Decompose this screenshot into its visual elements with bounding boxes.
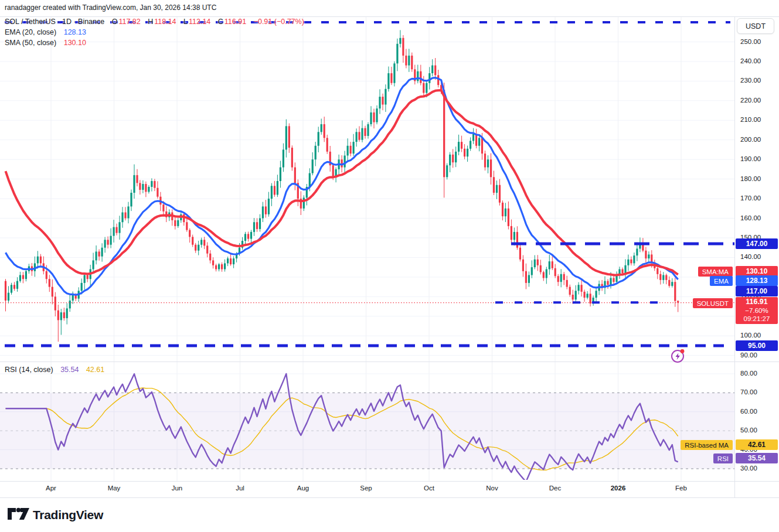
month-label: Oct: [424, 485, 434, 492]
rsi-axis-badge: 35.54: [736, 453, 778, 463]
level-147-badge: 147.00: [736, 238, 778, 249]
rsi-value: 35.54: [60, 366, 79, 374]
symbol-legend-row: SOL / TetherUS · 1D · Binance O117.82 H1…: [5, 18, 305, 26]
rsi-tick-label: 70.00: [740, 388, 757, 395]
rsi-tick-label: 30.00: [740, 465, 757, 472]
ohlc-high-label: H: [148, 18, 153, 26]
change-value: −0.91 (−0.77%): [254, 18, 304, 26]
price-tick-label: 100.00: [740, 332, 761, 339]
rsi-ma-axis-tag: RSI-based MA: [681, 440, 733, 450]
month-label: Jul: [236, 485, 244, 492]
price-tick-label: 240.00: [740, 57, 761, 64]
logo-wordmark: TradingView: [33, 508, 104, 521]
price-tick-label: 160.00: [740, 214, 761, 221]
level-95-badge: 95.00: [736, 340, 778, 351]
price-tick-label: 250.00: [740, 38, 761, 45]
current-price-value: 116.91: [746, 298, 768, 306]
logo-one-icon: [8, 508, 16, 520]
ohlc-low-label: L: [183, 18, 188, 26]
month-label: Feb: [675, 485, 687, 492]
current-price-badge: 116.91 −7.60% 09:21:27: [736, 297, 778, 324]
logo-seven-icon: [19, 508, 29, 520]
price-tick-label: 210.00: [740, 116, 761, 123]
ohlc-close-label: C: [218, 18, 223, 26]
currency-usdt-button[interactable]: USDT: [737, 18, 774, 34]
price-chart-canvas[interactable]: [0, 0, 734, 497]
ohlc-open-value: 117.82: [118, 18, 140, 26]
price-tick-label: 140.00: [740, 253, 761, 260]
price-tick-label: 180.00: [740, 175, 761, 182]
ema-value: 128.13: [64, 28, 86, 36]
ohlc-low-value: 112.14: [189, 18, 210, 26]
current-price-change: −7.60%: [745, 306, 768, 315]
rsi-legend-row: RSI (14, close) 35.54 42.61: [5, 366, 106, 374]
month-label: Sep: [360, 485, 372, 492]
level-117-badge: 117.00: [736, 286, 778, 296]
ohlc-open-label: O: [112, 18, 118, 26]
frame-bottom-divider: [0, 497, 779, 498]
price-tick-label: 90.00: [740, 352, 757, 359]
rsi-axis-tag: RSI: [713, 453, 733, 463]
month-label: Nov: [486, 485, 498, 492]
price-axis-divider: [734, 16, 735, 497]
rsi-ma-value: 42.61: [86, 366, 104, 374]
bar-countdown: 09:21:27: [744, 315, 770, 323]
rsi-tick-label: 80.00: [740, 370, 757, 377]
ema-legend-row: EMA (20, close) 128.13: [5, 28, 87, 36]
price-tick-label: 200.00: [740, 136, 761, 143]
rsi-tick-label: 50.00: [740, 427, 757, 434]
month-label: Jun: [172, 485, 183, 492]
time-axis-divider: [0, 481, 779, 482]
ema-axis-badge: 128.13: [736, 275, 778, 286]
month-label: Dec: [549, 485, 561, 492]
price-tick-label: 190.00: [740, 155, 761, 162]
rsi-label: RSI (14, close): [5, 366, 53, 374]
sma-legend-row: SMA (50, close) 130.10: [5, 39, 87, 47]
month-label: Apr: [46, 485, 56, 492]
sma-axis-tag: SMA:MA: [698, 267, 733, 277]
tradingview-chart-page: { "header": { "note": "ranadagger create…: [0, 0, 779, 532]
month-label: Aug: [297, 485, 309, 492]
symbol-axis-tag: SOLUSDT: [693, 298, 733, 308]
rsi-ma-axis-badge: 42.61: [736, 439, 778, 450]
pane-divider[interactable]: [0, 362, 779, 362]
price-tick-label: 170.00: [740, 195, 761, 202]
month-label: May: [108, 485, 121, 492]
tradingview-logo[interactable]: TradingView: [6, 504, 111, 526]
month-label: 2026: [611, 485, 626, 492]
price-tick-label: 220.00: [740, 97, 761, 104]
frame-top-divider: [0, 16, 779, 17]
symbol-title: SOL / TetherUS · 1D · Binance: [5, 18, 104, 26]
ohlc-close-value: 116.91: [224, 18, 246, 26]
rsi-tick-label: 60.00: [740, 408, 757, 415]
sma-value: 130.10: [64, 39, 86, 47]
ema-label: EMA (20, close): [5, 28, 56, 36]
ohlc-high-value: 118.14: [154, 18, 176, 26]
lightning-icon[interactable]: [670, 348, 686, 367]
price-tick-label: 230.00: [740, 77, 761, 84]
ema-axis-tag: EMA: [710, 276, 733, 286]
sma-label: SMA (50, close): [5, 39, 56, 47]
